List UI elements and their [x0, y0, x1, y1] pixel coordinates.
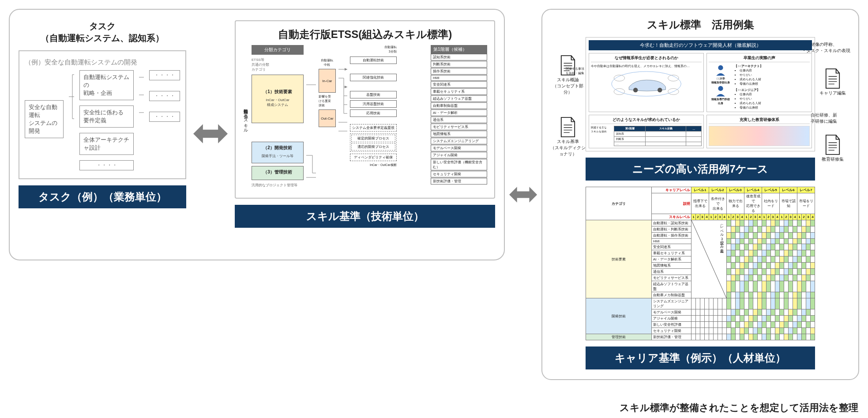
- hier-item: 新しい安全性評価（機能安全含む）: [431, 159, 487, 170]
- task-child-node: 安全性に係わる 要件定義: [79, 105, 134, 128]
- usage-mock-doc: 今求む！自動走行のソフトウェア開発人材（徹底解説） なぜ情報系学生が必要とされる…: [586, 37, 815, 151]
- svg-marker-3: [509, 187, 537, 202]
- eng-name: 【○○エンジニア】: [734, 88, 810, 92]
- hier-item: アジャイル開発: [431, 152, 487, 158]
- skill-panel: 自動走行版ETSS(組込みスキル標準) 自動運転に係るスキル 分類カテゴリ ET…: [235, 20, 495, 199]
- page-footnote: スキル標準が整備されたことを想定して活用法を整理: [620, 401, 858, 414]
- mid-core: 自動運転 中核: [319, 58, 335, 67]
- hier-item: システムズエンジニアリング: [431, 138, 487, 144]
- skill-matrix: カテゴリキャリアレベルレベル1レベル2レベル3レベル4レベル5レベル6レベル7説…: [586, 187, 815, 340]
- mid-applied: 応用技術: [350, 109, 397, 117]
- task-child-node: 全体アーキテクチャ設計: [79, 133, 134, 155]
- hier-item: 自動車制御基盤: [431, 102, 487, 109]
- note-top: 自動運転 3分類: [350, 45, 397, 55]
- task-child-node: 自動運転システムの 戦略・企画: [79, 70, 134, 100]
- svg-point-5: [633, 88, 638, 93]
- task-skill-group: タスク （自動運転システム、認知系） （例）安全な自動運転システムの開発 安全な…: [9, 9, 505, 260]
- hier-item: 認知系技術: [431, 54, 487, 60]
- tech-box-3: （3）管理技術: [252, 166, 304, 180]
- side-doc-right-mid: キャリア編集: [815, 68, 850, 96]
- tree-connector: [69, 70, 74, 123]
- hier-item: 安全関連系: [431, 81, 487, 88]
- dash-sysreq: システム全体要求定義重視: [350, 124, 397, 132]
- cat-header: 分類カテゴリ: [252, 45, 304, 55]
- usage-box3-title: どのようなスキルが求められているか: [591, 117, 702, 124]
- person-icon: [714, 64, 727, 76]
- skill-panel-wrap: 自動走行版ETSS(組込みスキル標準) 自動運転に係るスキル 分類カテゴリ ET…: [235, 20, 495, 228]
- tech3-sub: 汎用的なプロジェクト管理等: [252, 183, 304, 188]
- mid-base: 基盤技術: [350, 91, 397, 98]
- diagram-root: タスク （自動運転システム、認知系） （例）安全な自動運転システムの開発 安全な…: [0, 0, 868, 418]
- usage-panel: スキル標準 活用例集 スキル概論 （コンセプト部分） スキル基準 （スキルディク…: [541, 9, 859, 380]
- hier-column: 第1階層（候補） 認知系技術判断系技術操作系技術HMI安全関連系車載セキュリティ…: [431, 45, 487, 191]
- note-left: 影響を受 ける重要 技術: [319, 94, 335, 108]
- svg-marker-2: [345, 86, 347, 88]
- skill-title: 自動走行版ETSS(組込みスキル標準): [243, 27, 487, 41]
- hier-item: HMI: [431, 75, 487, 81]
- document-icon: [824, 134, 841, 155]
- usage-box1-title: なぜ情報系学生が必要とされるのか: [591, 55, 702, 62]
- hier-item: モビリティサービス系: [431, 124, 487, 130]
- tech-box-2: （2）開発技術 開発手法・ツール等: [252, 142, 304, 163]
- hier-item: 通信系: [431, 117, 487, 123]
- bullet: 仕事内容: [740, 92, 810, 97]
- usage-doc-title: 今求む！自動走行のソフトウェア開発人材（徹底解説）: [589, 40, 812, 50]
- usage-box1-body: 今や自動車は自動運転の時代を迎え、メカやエレキに加え、情報系の…: [591, 64, 702, 68]
- bullet: 求められる人材: [740, 77, 810, 82]
- usage-title: スキル標準 活用例集: [550, 18, 850, 32]
- flow-lines: [306, 45, 316, 191]
- dash-sub: 確定的開発プロセス: [351, 135, 395, 142]
- hier-item: セキュリティ開発: [431, 171, 487, 177]
- dash-depend: ディペンダビリティ確保: [350, 154, 397, 161]
- mid-autotech: 自動運転技術: [350, 56, 397, 64]
- bullet: やりがい: [740, 97, 810, 101]
- hier-item: 車載セキュリティ系: [431, 88, 487, 95]
- common-cat-note: ETSS等 共通の分類 カテゴリ: [252, 57, 304, 72]
- task-caption: タスク（例）（業務単位）: [19, 185, 186, 208]
- mid-genbase: 汎用基盤技術: [350, 100, 397, 108]
- task-example-box: （例）安全な自動運転システムの開発 安全な自動運転 システムの開発 自動運転シス…: [19, 50, 186, 179]
- bullet: 仕事内容: [740, 68, 810, 73]
- box3-side: 関連する主な スキルを抽出: [591, 126, 612, 146]
- tech-box-1: （1）技術要素 InCar・OutCar 構成システム: [252, 75, 304, 123]
- svg-marker-0: [193, 124, 228, 143]
- usage-box4-title: 充実した教育研修体系: [709, 117, 810, 124]
- document-icon: [560, 117, 576, 138]
- side-doc-right-bottom: 教育研修集: [815, 134, 850, 162]
- flow-lines: [338, 45, 347, 191]
- incar-box: In-Car: [319, 69, 335, 93]
- mid-related: 関連強化技術: [350, 74, 397, 81]
- hier-item: 新技術評価・管理: [431, 178, 487, 185]
- hier-item: AI・データ解析: [431, 109, 487, 116]
- outcar-box: Out-Car: [319, 109, 335, 127]
- task-more-dots: ・・・・: [149, 70, 180, 80]
- etss-middle: 自動運転 3分類 自動運転 中核 In-Car 影響を受 ける重要 技術 Out…: [306, 45, 428, 191]
- skill-side-label: 自動運転に係るスキル: [243, 45, 249, 191]
- svg-point-12: [718, 86, 723, 91]
- hier-item: モデルベース開発: [431, 145, 487, 151]
- arch-name: 【○○アーキテクト】: [734, 64, 810, 68]
- etss-footnote: InCar・OutCar横断: [350, 163, 397, 167]
- bullet: 母儀の出身校: [740, 82, 810, 86]
- skill-caption: スキル基準（技術単位）: [235, 205, 495, 228]
- task-more-dots: ・・・・: [149, 91, 180, 101]
- task-title: タスク （自動運転システム、認知系）: [19, 20, 186, 44]
- task-more-dots: ・・・・: [149, 112, 180, 122]
- usage-box1-side: 関連する事項 を抜粋・編集: [563, 67, 587, 75]
- side-doc-left-bottom: スキル基準 （スキルディクショナリ）: [550, 117, 586, 157]
- task-example-label: （例）安全な自動運転システムの開発: [25, 58, 180, 67]
- bullet: やりがい: [740, 73, 810, 77]
- tree-connector: [139, 70, 144, 123]
- bullet: 母儀の出身校: [740, 105, 810, 110]
- hier-item: 操作系技術: [431, 68, 487, 75]
- bullet: 求められる人材: [740, 101, 810, 105]
- task-root-node: 安全な自動運転 システムの開発: [25, 100, 64, 138]
- hier-item: 地図情報系: [431, 131, 487, 137]
- usage-caption: ニーズの高い活用例7ケース: [586, 158, 815, 181]
- svg-point-6: [658, 88, 662, 93]
- task-more-dots: ・・・・: [79, 160, 134, 170]
- dash-sub: 適応的開発プロセス: [351, 143, 395, 151]
- car-illustration: [591, 68, 702, 99]
- svg-point-11: [718, 65, 723, 70]
- box4-placeholder: [709, 126, 810, 146]
